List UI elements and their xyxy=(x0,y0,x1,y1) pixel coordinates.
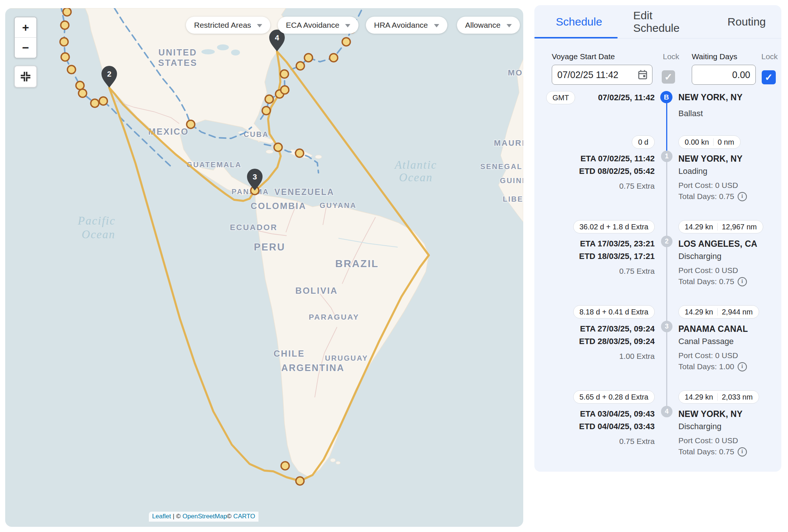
tab-routing-label: Routing xyxy=(728,16,766,28)
collapse-map-button[interactable] xyxy=(14,65,37,88)
eca-avoidance-label: ECA Avoidance xyxy=(286,21,339,30)
timeline-line-ballast xyxy=(666,103,667,151)
info-icon[interactable]: i xyxy=(738,192,747,201)
info-icon[interactable]: i xyxy=(738,277,747,286)
start-port-name: NEW YORK, NY xyxy=(678,91,772,104)
leg-duration-badge: 5.65 d + 0.28 d Extra xyxy=(573,390,655,404)
collapse-icon xyxy=(20,71,31,82)
check-icon: ✓ xyxy=(765,73,773,82)
attribution-separator: | xyxy=(173,513,174,520)
openstreetmap-link[interactable]: OpenStreetMap xyxy=(183,513,227,520)
svg-text:Ocean: Ocean xyxy=(82,228,116,241)
svg-text:PARAGUAY: PARAGUAY xyxy=(309,313,360,321)
svg-text:BOLIVIA: BOLIVIA xyxy=(296,286,338,296)
port-extra-days: 0.75 Extra xyxy=(546,436,655,447)
port-eta: ETA 03/04/25, 09:43 xyxy=(546,408,655,420)
leg-speed-distance-badge: 14.29 kn2,944 nm xyxy=(678,305,759,319)
tab-schedule[interactable]: Schedule xyxy=(534,5,618,38)
calendar-icon[interactable] xyxy=(638,70,648,80)
leg-speed-distance-badge: 14.29 kn12,967 nm xyxy=(678,220,763,233)
port-eta: ETA 17/03/25, 23:21 xyxy=(546,238,655,250)
tab-edit-schedule-label: Edit Schedule xyxy=(633,9,696,34)
chevron-down-icon xyxy=(434,24,439,27)
tab-schedule-label: Schedule xyxy=(556,16,602,28)
leaflet-link[interactable]: Leaflet xyxy=(152,513,171,520)
leg-duration-badge: 0 d xyxy=(632,135,655,149)
lock-voyage-start-checkbox[interactable]: ✓ xyxy=(662,70,675,84)
voyage-start-date-field-wrap xyxy=(552,65,652,85)
start-datetime: 07/02/25, 11:42 xyxy=(598,91,655,104)
port-name: NEW YORK, NY xyxy=(678,152,772,165)
chevron-down-icon xyxy=(257,24,262,27)
zoom-out-button[interactable]: − xyxy=(15,37,36,58)
svg-text:CHILE: CHILE xyxy=(274,349,305,358)
carto-copyright: © xyxy=(227,513,232,520)
svg-text:MAURIT: MAURIT xyxy=(494,138,523,148)
svg-text:MOR: MOR xyxy=(508,68,523,77)
svg-text:Pacific: Pacific xyxy=(77,214,116,227)
port-extra-days: 0.75 Extra xyxy=(546,266,655,277)
svg-text:3: 3 xyxy=(253,172,257,181)
voyage-start-date-label: Voyage Start Date xyxy=(552,52,615,61)
port-eta: ETA 27/03/25, 09:24 xyxy=(546,323,655,335)
lock-voyage-start-label: Lock xyxy=(663,52,679,61)
svg-text:STATES: STATES xyxy=(158,58,197,68)
port-name: LOS ANGELES, CA xyxy=(678,238,772,250)
svg-text:LIBER: LIBER xyxy=(503,195,523,203)
tab-routing[interactable]: Routing xyxy=(712,5,781,38)
chevron-down-icon xyxy=(507,24,512,27)
info-icon[interactable]: i xyxy=(738,362,747,371)
svg-text:URUGUAY: URUGUAY xyxy=(325,354,368,362)
leg-duration-badge: 36.02 d + 1.8 d Extra xyxy=(573,220,655,233)
info-icon[interactable]: i xyxy=(738,447,747,457)
port-etd: ETD 08/02/25, 05:42 xyxy=(546,165,655,178)
port-total-days: Total Days: 0.75 xyxy=(678,446,734,457)
port-name: NEW YORK, NY xyxy=(678,408,772,420)
svg-text:GUYANA: GUYANA xyxy=(320,201,357,209)
waiting-days-label: Waiting Days xyxy=(692,52,737,61)
svg-text:COLOMBIA: COLOMBIA xyxy=(251,201,307,211)
start-activity: Ballast xyxy=(678,107,772,120)
zoom-in-button[interactable]: + xyxy=(15,17,36,37)
allowance-dropdown[interactable]: Allowance xyxy=(457,17,520,34)
port-cost: Port Cost: 0 USD xyxy=(678,180,772,191)
voyage-map[interactable]: UNITEDSTATESMEXICOCUBAGUATEMALAPANAMAVEN… xyxy=(5,8,523,527)
svg-text:ARGENTINA: ARGENTINA xyxy=(281,363,344,373)
leg-speed-distance-badge: 0.00 kn0 nm xyxy=(678,135,741,149)
carto-link[interactable]: CARTO xyxy=(233,513,255,520)
port-etd: ETD 18/03/25, 17:21 xyxy=(546,250,655,263)
timeline-line xyxy=(666,151,667,406)
port-extra-days: 1.00 Extra xyxy=(546,351,655,362)
port-cost: Port Cost: 0 USD xyxy=(678,265,772,276)
timeline-marker-ballast: B xyxy=(660,91,672,103)
map-canvas: UNITEDSTATESMEXICOCUBAGUATEMALAPANAMAVEN… xyxy=(5,8,523,527)
svg-text:PERU: PERU xyxy=(254,242,285,253)
eca-avoidance-dropdown[interactable]: ECA Avoidance xyxy=(278,17,358,34)
lock-waiting-days-checkbox[interactable]: ✓ xyxy=(762,70,776,84)
timeline-marker-2: 2 xyxy=(661,236,672,247)
restricted-areas-dropdown[interactable]: Restricted Areas xyxy=(186,17,270,34)
port-total-days: Total Days: 0.75 xyxy=(678,191,734,202)
port-eta: ETA 07/02/25, 11:42 xyxy=(546,152,655,165)
restricted-areas-label: Restricted Areas xyxy=(194,21,251,30)
waiting-days-input[interactable] xyxy=(692,70,755,80)
svg-text:Atlantic: Atlantic xyxy=(394,158,437,171)
hra-avoidance-dropdown[interactable]: HRA Avoidance xyxy=(366,17,447,34)
port-total-days: Total Days: 0.75 xyxy=(678,276,734,287)
leg-speed-distance-badge: 14.29 kn2,033 nm xyxy=(678,390,759,404)
timeline-marker-1: 1 xyxy=(661,151,672,162)
svg-text:VENEZUELA: VENEZUELA xyxy=(274,187,334,197)
svg-text:4: 4 xyxy=(275,33,279,42)
port-activity: Canal Passage xyxy=(678,335,772,348)
port-name: PANAMA CANAL xyxy=(678,323,772,335)
voyage-start-date-input[interactable] xyxy=(552,70,638,80)
timeline-marker-4: 4 xyxy=(661,406,672,417)
hra-avoidance-label: HRA Avoidance xyxy=(374,21,428,30)
timezone-badge[interactable]: GMT xyxy=(546,91,575,104)
port-activity: Discharging xyxy=(678,420,772,433)
port-extra-days: 0.75 Extra xyxy=(546,181,655,192)
svg-text:UNITED: UNITED xyxy=(158,47,197,57)
port-total-days: Total Days: 1.00 xyxy=(678,361,734,372)
tab-edit-schedule[interactable]: Edit Schedule xyxy=(618,5,712,38)
svg-text:GUATEMALA: GUATEMALA xyxy=(187,161,242,169)
